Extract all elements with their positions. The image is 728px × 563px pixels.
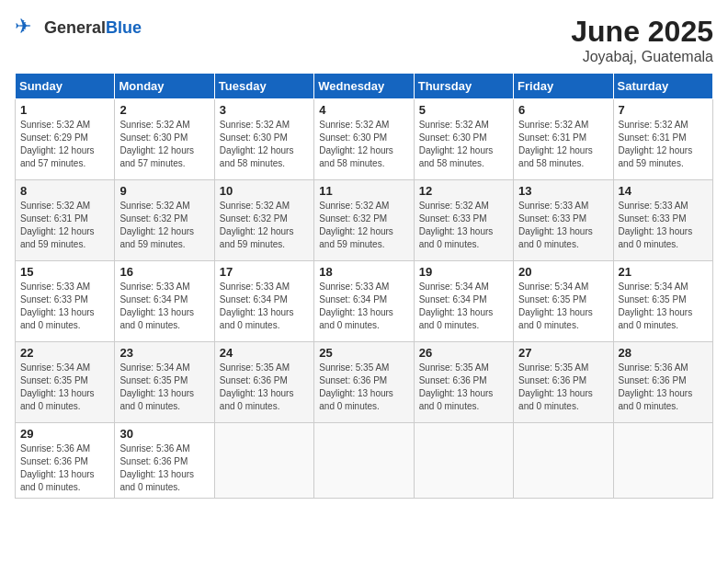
day-info: Sunrise: 5:32 AMSunset: 6:30 PMDaylight:… <box>319 119 408 170</box>
calendar-cell: 24 Sunrise: 5:35 AMSunset: 6:36 PMDaylig… <box>214 342 313 423</box>
week-row-4: 22 Sunrise: 5:34 AMSunset: 6:35 PMDaylig… <box>16 342 713 423</box>
day-number: 15 <box>20 265 109 279</box>
day-info: Sunrise: 5:33 AMSunset: 6:34 PMDaylight:… <box>319 281 408 332</box>
day-info: Sunrise: 5:36 AMSunset: 6:36 PMDaylight:… <box>119 442 209 494</box>
day-info: Sunrise: 5:33 AMSunset: 6:33 PMDaylight:… <box>20 281 109 332</box>
calendar-body: 1 Sunrise: 5:32 AMSunset: 6:29 PMDayligh… <box>16 99 713 499</box>
day-info: Sunrise: 5:32 AMSunset: 6:31 PMDaylight:… <box>518 119 608 170</box>
day-info: Sunrise: 5:33 AMSunset: 6:33 PMDaylight:… <box>619 200 708 251</box>
calendar-cell: 29 Sunrise: 5:36 AMSunset: 6:36 PMDaylig… <box>16 423 115 499</box>
calendar-cell: 25 Sunrise: 5:35 AMSunset: 6:36 PMDaylig… <box>314 342 414 423</box>
calendar-cell: 9 Sunrise: 5:32 AMSunset: 6:32 PMDayligh… <box>115 180 214 261</box>
weekday-monday: Monday <box>115 74 214 99</box>
day-number: 13 <box>518 184 608 198</box>
calendar-cell: 18 Sunrise: 5:33 AMSunset: 6:34 PMDaylig… <box>314 261 414 342</box>
day-number: 26 <box>419 346 508 360</box>
day-info: Sunrise: 5:33 AMSunset: 6:34 PMDaylight:… <box>119 281 209 332</box>
calendar-cell <box>514 423 613 499</box>
day-number: 8 <box>20 184 109 198</box>
calendar-cell: 21 Sunrise: 5:34 AMSunset: 6:35 PMDaylig… <box>613 261 712 342</box>
day-info: Sunrise: 5:34 AMSunset: 6:35 PMDaylight:… <box>20 362 109 413</box>
calendar-cell: 2 Sunrise: 5:32 AMSunset: 6:30 PMDayligh… <box>115 99 214 180</box>
day-number: 25 <box>319 346 408 360</box>
day-number: 21 <box>619 265 708 279</box>
day-number: 24 <box>220 346 309 360</box>
weekday-friday: Friday <box>514 74 613 99</box>
calendar-cell <box>314 423 414 499</box>
weekday-saturday: Saturday <box>613 74 712 99</box>
weekday-wednesday: Wednesday <box>314 74 414 99</box>
day-number: 29 <box>20 427 109 441</box>
day-number: 17 <box>220 265 309 279</box>
calendar-cell: 15 Sunrise: 5:33 AMSunset: 6:33 PMDaylig… <box>16 261 115 342</box>
day-info: Sunrise: 5:32 AMSunset: 6:31 PMDaylight:… <box>619 119 708 170</box>
calendar-cell: 10 Sunrise: 5:32 AMSunset: 6:32 PMDaylig… <box>214 180 313 261</box>
day-info: Sunrise: 5:33 AMSunset: 6:33 PMDaylight:… <box>518 200 608 251</box>
day-number: 27 <box>518 346 608 360</box>
day-number: 19 <box>419 265 508 279</box>
logo-icon: ✈ <box>15 15 40 40</box>
svg-text:✈: ✈ <box>15 15 31 38</box>
calendar-cell <box>613 423 712 499</box>
day-info: Sunrise: 5:36 AMSunset: 6:36 PMDaylight:… <box>619 362 708 413</box>
weekday-tuesday: Tuesday <box>214 74 313 99</box>
day-info: Sunrise: 5:32 AMSunset: 6:31 PMDaylight:… <box>20 200 109 251</box>
calendar-cell: 4 Sunrise: 5:32 AMSunset: 6:30 PMDayligh… <box>314 99 414 180</box>
calendar-cell: 19 Sunrise: 5:34 AMSunset: 6:34 PMDaylig… <box>414 261 513 342</box>
calendar-cell: 27 Sunrise: 5:35 AMSunset: 6:36 PMDaylig… <box>514 342 613 423</box>
logo-general-text: General <box>44 18 106 37</box>
logo-blue-text: Blue <box>106 18 142 37</box>
calendar-cell: 17 Sunrise: 5:33 AMSunset: 6:34 PMDaylig… <box>214 261 313 342</box>
weekday-thursday: Thursday <box>414 74 513 99</box>
day-number: 1 <box>20 103 109 117</box>
day-info: Sunrise: 5:35 AMSunset: 6:36 PMDaylight:… <box>419 362 508 413</box>
calendar-cell: 13 Sunrise: 5:33 AMSunset: 6:33 PMDaylig… <box>514 180 613 261</box>
day-number: 9 <box>119 184 209 198</box>
day-number: 2 <box>119 103 209 117</box>
week-row-1: 1 Sunrise: 5:32 AMSunset: 6:29 PMDayligh… <box>16 99 713 180</box>
calendar-cell <box>414 423 513 499</box>
day-info: Sunrise: 5:32 AMSunset: 6:33 PMDaylight:… <box>419 200 508 251</box>
day-info: Sunrise: 5:34 AMSunset: 6:34 PMDaylight:… <box>419 281 508 332</box>
day-info: Sunrise: 5:32 AMSunset: 6:30 PMDaylight:… <box>119 119 209 170</box>
week-row-5: 29 Sunrise: 5:36 AMSunset: 6:36 PMDaylig… <box>16 423 713 499</box>
day-info: Sunrise: 5:32 AMSunset: 6:32 PMDaylight:… <box>220 200 309 251</box>
calendar-cell: 22 Sunrise: 5:34 AMSunset: 6:35 PMDaylig… <box>16 342 115 423</box>
day-number: 12 <box>419 184 508 198</box>
calendar-cell: 8 Sunrise: 5:32 AMSunset: 6:31 PMDayligh… <box>16 180 115 261</box>
day-number: 6 <box>518 103 608 117</box>
day-number: 28 <box>619 346 708 360</box>
week-row-2: 8 Sunrise: 5:32 AMSunset: 6:31 PMDayligh… <box>16 180 713 261</box>
title-area: June 2025 Joyabaj, Guatemala <box>571 15 713 65</box>
calendar-cell: 16 Sunrise: 5:33 AMSunset: 6:34 PMDaylig… <box>115 261 214 342</box>
day-number: 18 <box>319 265 408 279</box>
day-number: 22 <box>20 346 109 360</box>
location-subtitle: Joyabaj, Guatemala <box>571 49 713 65</box>
calendar-cell <box>214 423 313 499</box>
day-number: 4 <box>319 103 408 117</box>
day-info: Sunrise: 5:34 AMSunset: 6:35 PMDaylight:… <box>119 362 209 413</box>
day-info: Sunrise: 5:35 AMSunset: 6:36 PMDaylight:… <box>319 362 408 413</box>
calendar-cell: 26 Sunrise: 5:35 AMSunset: 6:36 PMDaylig… <box>414 342 513 423</box>
day-info: Sunrise: 5:33 AMSunset: 6:34 PMDaylight:… <box>220 281 309 332</box>
day-info: Sunrise: 5:35 AMSunset: 6:36 PMDaylight:… <box>518 362 608 413</box>
calendar-cell: 3 Sunrise: 5:32 AMSunset: 6:30 PMDayligh… <box>214 99 313 180</box>
logo: ✈ GeneralBlue <box>15 15 142 40</box>
day-number: 16 <box>119 265 209 279</box>
day-number: 11 <box>319 184 408 198</box>
day-number: 23 <box>119 346 209 360</box>
day-info: Sunrise: 5:32 AMSunset: 6:29 PMDaylight:… <box>20 119 109 170</box>
day-number: 30 <box>119 427 209 441</box>
day-info: Sunrise: 5:35 AMSunset: 6:36 PMDaylight:… <box>220 362 309 413</box>
calendar-table: SundayMondayTuesdayWednesdayThursdayFrid… <box>15 73 713 499</box>
page-header: ✈ GeneralBlue June 2025 Joyabaj, Guatema… <box>15 15 713 65</box>
day-number: 10 <box>220 184 309 198</box>
day-info: Sunrise: 5:34 AMSunset: 6:35 PMDaylight:… <box>619 281 708 332</box>
day-info: Sunrise: 5:32 AMSunset: 6:30 PMDaylight:… <box>419 119 508 170</box>
calendar-cell: 7 Sunrise: 5:32 AMSunset: 6:31 PMDayligh… <box>613 99 712 180</box>
calendar-cell: 1 Sunrise: 5:32 AMSunset: 6:29 PMDayligh… <box>16 99 115 180</box>
day-info: Sunrise: 5:32 AMSunset: 6:32 PMDaylight:… <box>119 200 209 251</box>
calendar-cell: 30 Sunrise: 5:36 AMSunset: 6:36 PMDaylig… <box>115 423 214 499</box>
calendar-cell: 23 Sunrise: 5:34 AMSunset: 6:35 PMDaylig… <box>115 342 214 423</box>
day-number: 3 <box>220 103 309 117</box>
